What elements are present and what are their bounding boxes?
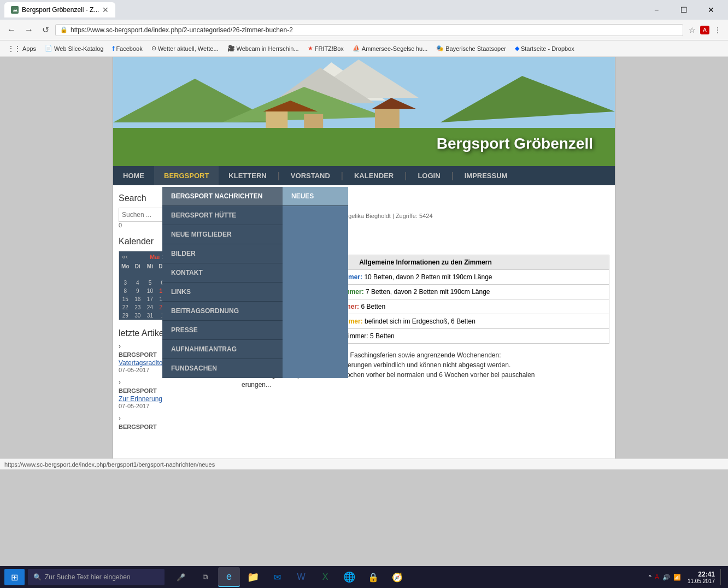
system-clock[interactable]: 22:41 11.05.2017 [688,571,715,584]
forward-button[interactable]: → [22,24,36,36]
tray-up-arrow[interactable]: ^ [649,574,651,580]
bookmark-wetter[interactable]: ⊙ Wetter aktuell, Wette... [148,44,222,53]
cal-cell[interactable]: 24 [144,303,156,311]
back-button[interactable]: ← [4,24,19,36]
cal-cell[interactable]: 31 [144,311,156,320]
dd-item-links[interactable]: LINKS [162,283,283,302]
article-arrow-1: › [119,379,228,386]
dd-item-nachrichten[interactable]: BERGSPORT NACHRICHTEN [162,187,283,206]
bookmark-staatsoper-label: Bayerische Staatsoper [445,45,506,52]
taskbar-word-button[interactable]: W [290,567,312,587]
taskbar-edge-button[interactable]: e [218,567,240,587]
dd-item-hutte[interactable]: BERGSPORT HÜTTE [162,206,283,225]
clock-date: 11.05.2017 [688,578,715,584]
bookmark-web-slice-label: Web Slice-Katalog [54,45,103,52]
dd-item-neues[interactable]: NEUES [283,187,348,206]
cal-cell[interactable]: 17 [144,295,156,303]
cal-cell[interactable]: 23 [132,303,144,311]
cal-cell[interactable]: 15 [119,295,132,303]
bookmark-star-button[interactable]: ☆ [686,25,698,36]
taskbar-explorer-button[interactable]: 📁 [242,567,264,587]
dd-item-presse[interactable]: PRESSE [162,321,283,340]
nav-bergsport[interactable]: BERGSPORT [154,166,219,185]
cal-cell[interactable]: 8 [119,287,132,295]
cal-cell[interactable]: 10 [144,287,156,295]
cal-cell[interactable]: 4 [132,279,144,287]
browser-viewport[interactable]: Bergsport Gröbenzell HOME BERGSPORT KLET… [0,57,728,566]
bookmark-facebook[interactable]: f Facebook [109,44,145,54]
site-header: Bergsport Gröbenzell [113,57,615,166]
bookmark-staatsoper[interactable]: 🎭 Bayerische Staatsoper [433,44,509,53]
bookmark-fritz-label: FRITZ!Box [315,45,344,52]
tab-close-button[interactable]: ✕ [102,5,109,14]
green-room-detail: 7 Betten, davon 2 Betten mit 190cm Länge [366,288,490,296]
dd-item-mitglieder[interactable]: NEUE MITGLIEDER [162,225,283,244]
page-icon: 📄 [45,45,52,52]
cal-cell[interactable]: 29 [119,311,132,320]
dropbox-icon: ◆ [515,45,519,52]
bookmark-apps[interactable]: ⋮⋮ Apps [4,44,39,54]
taskbar-lock-button[interactable]: 🔒 [362,567,384,587]
show-desktop-button[interactable] [720,569,724,585]
taskbar-chrome-button[interactable]: 🌐 [338,567,360,587]
av-button[interactable]: A [700,26,709,34]
nav-home[interactable]: HOME [113,166,154,185]
cal-cell[interactable]: 30 [132,311,144,320]
article-cat-1: BERGSPORT [119,387,228,394]
nav-klettern[interactable]: KLETTERN [219,166,276,185]
bookmark-apps-label: Apps [22,45,36,52]
taskbar-voice-button[interactable]: 🎤 [170,567,192,587]
tray-network-icon[interactable]: 📶 [673,574,681,581]
tray-volume-icon[interactable]: 🔊 [662,574,670,581]
taskbar-task-view-button[interactable]: ⧉ [194,567,216,587]
nav-kalender[interactable]: KALENDER [344,166,403,185]
cal-prev-prev-button[interactable]: « [122,253,126,261]
bookmark-dropbox[interactable]: ◆ Startseite - Dropbox [512,44,578,53]
nav-impressum[interactable]: IMPRESSUM [455,166,518,185]
settings-button[interactable]: ⋮ [712,25,724,36]
start-button[interactable]: ⊞ [4,569,25,585]
dd-item-beitragsordnung[interactable]: BEITRAGSORDNUNG [162,302,283,321]
bookmark-ammersee[interactable]: ⛵ Ammersee-Segelsc hu... [349,44,431,53]
nav-bar: HOME BERGSPORT KLETTERN | VORSTAND | KAL… [113,166,615,185]
bookmark-fritz[interactable]: ★ FRITZ!Box [304,44,347,53]
cal-cell[interactable]: 5 [144,279,156,287]
tray-av-icon: A [655,573,659,581]
taskbar-search-box[interactable]: 🔍 Zur Suche Text hier eingeben [28,569,165,585]
secure-icon: 🔒 [60,26,68,33]
cal-cell[interactable]: 22 [119,303,132,311]
taskbar-mail-button[interactable]: ✉ [266,567,288,587]
refresh-button[interactable]: ↺ [39,23,52,36]
dd-item-aufnahme[interactable]: AUFNAHMEANTRAG [162,340,283,359]
cal-cell[interactable] [119,271,132,279]
cal-cell[interactable]: 16 [132,295,144,303]
address-bar: ← → ↺ 🔒 https://www.sc-bergsport.de/inde… [0,20,728,40]
dd-item-fundsachen[interactable]: FUNDSACHEN [162,359,283,378]
dropdown-col2: NEUES [283,187,348,378]
tab-title: Bergsport Gröbenzell - Z... [22,6,99,14]
cal-cell[interactable]: 3 [119,279,132,287]
address-input-wrapper[interactable]: 🔒 https://www.sc-bergsport.de/index.php/… [55,24,683,36]
cal-cell[interactable]: 9 [132,287,144,295]
windows-icon: ⊞ [11,572,18,583]
bookmark-web-slice[interactable]: 📄 Web Slice-Katalog [42,44,107,53]
nav-login[interactable]: LOGIN [408,166,450,185]
title-bar: ⛰ Bergsport Gröbenzell - Z... ✕ − ☐ ✕ [0,0,728,20]
dropdown-bergsport-col: BERGSPORT NACHRICHTEN BERGSPORT HÜTTE NE… [162,187,283,378]
nav-vorstand[interactable]: VORSTAND [281,166,340,185]
bookmarks-bar: ⋮⋮ Apps 📄 Web Slice-Katalog f Facebook ⊙… [0,40,728,57]
minimize-button[interactable]: − [644,3,669,17]
browser-tab[interactable]: ⛰ Bergsport Gröbenzell - Z... ✕ [4,2,115,17]
dd-item-kontakt[interactable]: KONTAKT [162,263,283,283]
site-title: Bergsport Gröbenzell [437,135,593,152]
taskbar-compass-button[interactable]: 🧭 [386,567,408,587]
svg-rect-8 [266,111,287,128]
cal-cell[interactable] [144,271,156,279]
taskbar-excel-button[interactable]: X [314,567,336,587]
bookmark-webcam[interactable]: 🎥 Webcam in Herrschin... [224,44,302,53]
close-button[interactable]: ✕ [698,3,724,17]
cal-cell[interactable] [132,271,144,279]
dd-item-bilder[interactable]: BILDER [162,244,283,263]
maximize-button[interactable]: ☐ [671,3,696,17]
article-link-1[interactable]: Zur Erinnerung [119,395,228,403]
